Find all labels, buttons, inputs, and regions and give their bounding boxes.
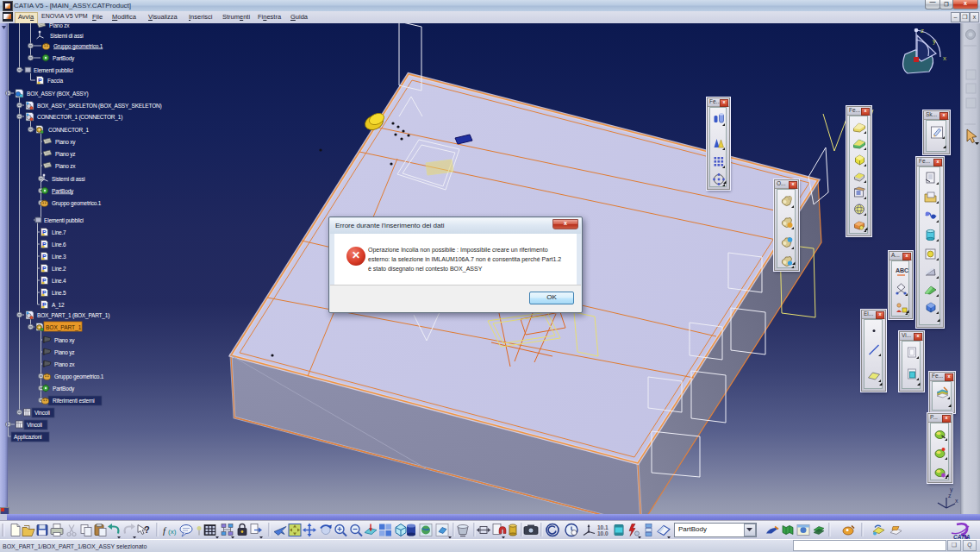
svg-text:10.1: 10.1	[597, 524, 609, 530]
svg-text:Line.6: Line.6	[52, 242, 66, 248]
svg-text:Riferimenti esterni: Riferimenti esterni	[53, 398, 95, 404]
svg-text:PartBody: PartBody	[53, 55, 75, 62]
svg-text:Piano xy: Piano xy	[54, 337, 75, 344]
svg-text:Line.7: Line.7	[52, 229, 66, 235]
svg-text:Vincoli: Vincoli	[34, 410, 50, 416]
svg-text:Piano xy: Piano xy	[55, 139, 76, 146]
svg-text:10.0: 10.0	[597, 530, 609, 536]
svg-text:Faccia: Faccia	[47, 78, 64, 84]
svg-text:(x): (x)	[168, 528, 177, 536]
svg-text:Gruppo geometrico.1: Gruppo geometrico.1	[52, 200, 102, 207]
svg-text:Vincoli: Vincoli	[27, 422, 42, 428]
svg-text:A_12: A_12	[52, 302, 65, 309]
svg-text:Piano yz: Piano yz	[54, 349, 74, 356]
svg-text:f: f	[163, 525, 167, 536]
svg-text:BOX_ASSY (BOX_ASSY): BOX_ASSY (BOX_ASSY)	[27, 91, 89, 97]
svg-text:Gruppo geometrico.1: Gruppo geometrico.1	[54, 373, 104, 380]
svg-text:Piano zx: Piano zx	[55, 163, 76, 169]
svg-text:?: ?	[144, 524, 150, 535]
svg-text:Line.4: Line.4	[52, 278, 66, 284]
svg-text:Piano zx: Piano zx	[54, 361, 75, 367]
svg-text:PartBody: PartBody	[52, 188, 74, 195]
svg-text:BOX_ASSY_SKELETON (BOX_ASSY_SK: BOX_ASSY_SKELETON (BOX_ASSY_SKELETON)	[37, 103, 161, 110]
svg-text:Sistemi di assi: Sistemi di assi	[50, 33, 84, 39]
svg-text:Piano zx: Piano zx	[49, 23, 70, 28]
svg-text:Line.2: Line.2	[52, 266, 66, 272]
svg-text:Sistemi di assi: Sistemi di assi	[52, 176, 85, 182]
svg-text:Piano yz: Piano yz	[55, 151, 75, 158]
svg-text:BOX_PART_1: BOX_PART_1	[46, 324, 82, 331]
svg-text:Elementi pubblici: Elementi pubblici	[34, 67, 73, 74]
svg-text:Gruppo geometrico.1: Gruppo geometrico.1	[53, 43, 103, 50]
svg-text:ABC: ABC	[896, 267, 908, 273]
svg-text:PartBody: PartBody	[53, 386, 75, 392]
svg-text:Line.5: Line.5	[52, 290, 66, 296]
svg-text:CONNECTOR_1: CONNECTOR_1	[48, 127, 89, 134]
svg-text:Applicazioni: Applicazioni	[14, 434, 41, 441]
svg-text:Elementi pubblici: Elementi pubblici	[44, 217, 84, 224]
svg-text:Line.3: Line.3	[52, 254, 66, 260]
svg-text:BOX_PART_1 (BOX_PART_1): BOX_PART_1 (BOX_PART_1)	[37, 312, 109, 319]
svg-text:CONNECTOR_1 (CONNECTOR_1): CONNECTOR_1 (CONNECTOR_1)	[37, 114, 122, 121]
